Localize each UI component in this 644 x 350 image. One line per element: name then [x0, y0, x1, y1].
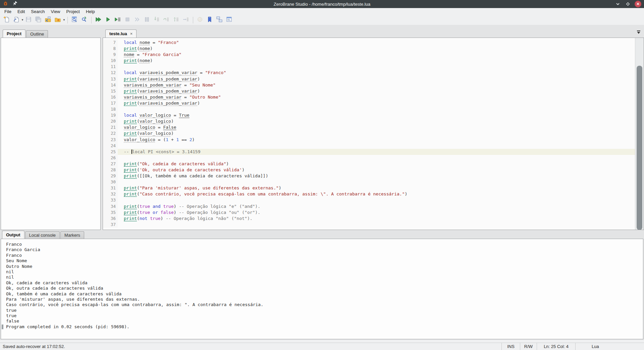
toolbar-separator — [193, 17, 193, 23]
line-number: 11 — [103, 64, 118, 70]
code-margin — [118, 40, 124, 46]
code-margin — [118, 118, 124, 124]
pin-icon[interactable] — [12, 1, 17, 7]
code-line: 7local nome = "Franco" — [103, 40, 644, 46]
close-button[interactable]: ✕ — [635, 1, 641, 7]
project-panel-tab-outline[interactable]: Outline — [26, 30, 48, 38]
toggle-bookmark-button[interactable] — [205, 16, 214, 24]
main-area: ProjectOutline teste.lua× 7local nome = … — [0, 25, 644, 231]
code-line: 13print(variaveis_podem_variar) — [103, 76, 644, 82]
line-number: 23 — [103, 137, 118, 143]
menu-item-project[interactable]: Project — [63, 8, 83, 15]
tab-close-icon[interactable]: × — [130, 30, 133, 37]
minimize-button[interactable] — [614, 1, 621, 7]
editor-tab-teste-lua[interactable]: teste.lua× — [105, 30, 137, 38]
code-line: 36print(not true) -- Operação lógica "nã… — [103, 216, 644, 222]
editor-tab-label: teste.lua — [109, 30, 127, 37]
tab-list-button[interactable] — [636, 30, 641, 35]
code-margin — [118, 94, 124, 100]
toolbar-separator — [67, 17, 68, 23]
menu-item-edit[interactable]: Edit — [14, 8, 28, 15]
debug-start-button[interactable] — [104, 16, 113, 24]
code-line-text: print(valor_logico) — [124, 118, 644, 124]
code-line: 37 — [103, 222, 644, 228]
code-line: 25-- local PI <const> = 3.14159 — [103, 149, 644, 155]
code-line-text: print([[Ok, também é uma cadeia de carac… — [124, 173, 644, 179]
code-line-text — [124, 222, 644, 228]
menu-item-help[interactable]: Help — [83, 8, 98, 15]
code-line: 19local valor_logico = True — [103, 112, 644, 118]
stack-window-button[interactable] — [215, 16, 224, 24]
menu-item-search[interactable]: Search — [28, 8, 48, 15]
project-directory-button[interactable] — [53, 16, 62, 24]
find-replace-icon — [81, 16, 88, 24]
watch-window-button[interactable] — [225, 16, 234, 24]
code-margin — [118, 179, 124, 185]
output-tab-output[interactable]: Output — [2, 231, 24, 239]
project-panel-header: ProjectOutline — [0, 25, 101, 38]
code-line: 22print(valor_logico) — [103, 130, 644, 136]
output-line: false — [1, 318, 643, 324]
line-number: 25 — [103, 149, 118, 155]
code-line-text: print("Para 'misturar' aspas, use difere… — [124, 185, 644, 191]
window-title: ZeroBrane Studio - /home/franco/tmp/lua/… — [0, 2, 644, 7]
line-number: 29 — [103, 173, 118, 179]
find-icon — [71, 16, 78, 24]
code-margin — [118, 46, 124, 52]
line-number: 33 — [103, 197, 118, 203]
toggle-bookmark-icon — [206, 16, 213, 24]
stop-process-button — [123, 16, 132, 24]
code-line-text: print(variaveis_podem_variar) — [124, 76, 644, 82]
menu-item-file[interactable]: File — [1, 8, 14, 15]
line-number: 31 — [103, 185, 118, 191]
output-console[interactable]: FrancoFranco GarciaFrancoSeu NomeOutro N… — [1, 239, 643, 339]
status-message: Saved auto-recover at 17:02:52. — [0, 344, 501, 349]
code-line: 33 — [103, 197, 644, 203]
line-number: 14 — [103, 82, 118, 88]
maximize-button[interactable] — [625, 1, 631, 7]
code-line: 18 — [103, 106, 644, 112]
find-button[interactable] — [70, 16, 79, 24]
code-editor[interactable]: 7local nome = "Franco"8print(nome)9nome … — [103, 38, 644, 230]
code-line-text: print(nome) — [124, 46, 644, 52]
line-number: 15 — [103, 88, 118, 94]
output-tab-label: Local console — [29, 232, 56, 239]
scrollbar-thumb[interactable] — [637, 66, 642, 230]
project-tree[interactable] — [1, 38, 101, 230]
code-margin — [118, 124, 124, 130]
open-file-dropdown-arrow[interactable]: ▼ — [21, 18, 24, 21]
line-number: 8 — [103, 46, 118, 52]
step-into-button — [152, 16, 161, 24]
project-directory-dropdown-arrow[interactable]: ▼ — [63, 18, 65, 21]
menu-item-view[interactable]: View — [48, 8, 63, 15]
output-line: Ok, cadeia de caracteres válida — [1, 280, 643, 286]
code-line-text: print(not true) -- Operação lógica "não"… — [124, 216, 644, 222]
code-line-text: print('Ok, outra cadeia de caracteres vá… — [124, 167, 644, 173]
code-line: 34print(true and true) -- Operação lógic… — [103, 203, 644, 210]
find-replace-button[interactable] — [80, 16, 89, 24]
code-line: 30 — [103, 179, 644, 185]
status-bar: Saved auto-recover at 17:02:52. INSR/WLn… — [0, 343, 644, 350]
output-line: true — [1, 308, 643, 313]
code-line-text — [124, 106, 644, 112]
code-margin — [118, 137, 124, 143]
code-margin — [118, 185, 124, 191]
project-panel-tab-project[interactable]: Project — [3, 30, 25, 38]
code-line: 26 — [103, 155, 644, 161]
code-margin — [118, 203, 124, 210]
run-to-cursor-button[interactable] — [113, 16, 122, 24]
project-from-file-button[interactable] — [44, 16, 53, 24]
editor-panel: teste.lua× 7local nome = "Franco"8print(… — [103, 25, 644, 231]
open-file-button[interactable] — [12, 16, 21, 24]
step-over-button — [162, 16, 171, 24]
line-number: 18 — [103, 106, 118, 112]
code-margin — [118, 112, 124, 118]
code-line: 14variaveis_podem_variar = "Seu Nome" — [103, 82, 644, 88]
run-button[interactable] — [94, 16, 103, 24]
save-all-button — [34, 16, 43, 24]
output-tab-markers[interactable]: Markers — [60, 231, 84, 239]
output-line: nil — [1, 275, 643, 280]
new-file-button[interactable] — [2, 16, 11, 24]
output-tab-local-console[interactable]: Local console — [25, 231, 60, 239]
code-margin — [118, 191, 124, 197]
